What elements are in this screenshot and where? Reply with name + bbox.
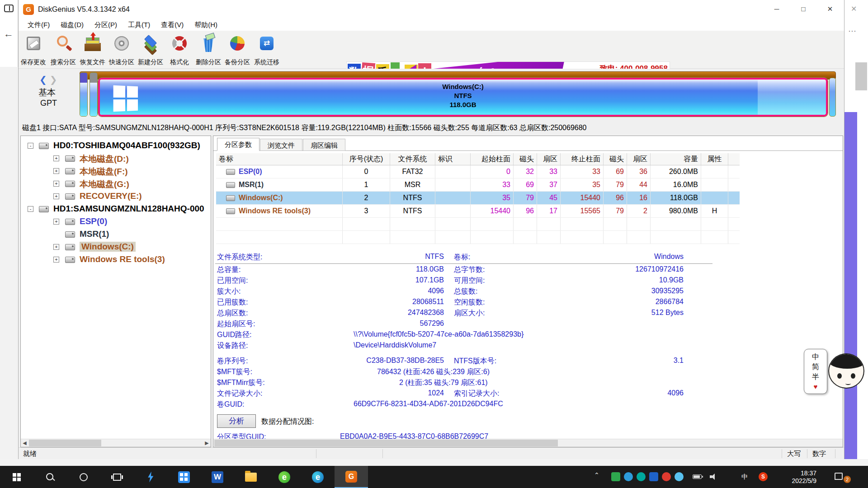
save-changes-button[interactable]: 保存更改 <box>19 32 47 67</box>
partition-sliver-msr[interactable] <box>90 72 98 117</box>
volume-icon[interactable] <box>710 474 717 480</box>
ime-halfwidth[interactable]: 半 <box>804 372 827 382</box>
battery-icon[interactable] <box>693 474 702 479</box>
taskbar-search-button[interactable] <box>33 466 67 488</box>
task-view-button[interactable] <box>100 466 134 488</box>
pinned-app-word[interactable]: W <box>201 466 234 488</box>
expand-icon[interactable]: + <box>53 244 59 250</box>
pinned-app-thunder[interactable] <box>134 466 167 488</box>
tray-icon-blue-square[interactable] <box>649 472 658 481</box>
taskbar-app-diskgenius-active[interactable]: G <box>335 466 368 488</box>
status-numlock: 数字 <box>812 450 826 458</box>
notification-center-icon[interactable] <box>835 473 843 480</box>
recover-files-button[interactable]: 恢复文件 <box>79 32 107 67</box>
tab-sector-edit[interactable]: 扇区编辑 <box>303 139 345 151</box>
ime-toolbar[interactable]: 中 简 半 ♥ <box>804 349 827 394</box>
quick-partition-button[interactable]: 快速分区 <box>108 32 136 67</box>
tray-icon-red[interactable] <box>662 472 671 481</box>
minimize-button[interactable]: ─ <box>765 3 788 16</box>
tree-item-disk-d[interactable]: + 本地磁盘(D:) <box>21 152 211 165</box>
tray-icon-green[interactable] <box>611 472 620 481</box>
back-arrow-icon[interactable]: ← <box>4 28 14 40</box>
expand-icon[interactable]: + <box>53 193 59 199</box>
tray-expand-icon[interactable]: ⌃ <box>594 471 599 479</box>
disk-nav-arrows[interactable]: ❮❯ <box>39 74 60 85</box>
scroll-left-icon[interactable]: ◀ <box>21 439 28 447</box>
partition-block-windows-c[interactable]: Windows(C:) NTFS 118.0GB <box>98 78 828 117</box>
pinned-app-green-browser[interactable]: e <box>268 466 301 488</box>
tab-partition-params[interactable]: 分区参数 <box>217 138 259 151</box>
start-button[interactable] <box>0 466 33 488</box>
partition-sliver-esp[interactable] <box>80 72 88 117</box>
tab-browse-files[interactable]: 浏览文件 <box>260 139 302 151</box>
tree-item-disk-f[interactable]: + 本地磁盘(F:) <box>21 165 211 178</box>
table-row-windows-c-selected[interactable]: Windows(C:) 2 NTFS 35 79 45 15440 96 16 … <box>216 192 740 205</box>
taskbar: W e e G ⌃ 中 S 18:37 2022/5/9 2 <box>0 466 868 488</box>
backup-partition-icon <box>227 33 247 56</box>
system-migrate-button[interactable]: ⇄ 系统迁移 <box>253 32 281 67</box>
table-row-msr[interactable]: MSR(1) 1 MSR 33 69 37 35 79 44 16.0MB <box>216 178 740 192</box>
tree-item-windows-c[interactable]: + Windows(C:) <box>21 241 211 253</box>
windows-start-icon <box>13 473 21 481</box>
background-close-icon: ✕ <box>851 5 857 13</box>
collapse-icon[interactable]: - <box>28 206 33 212</box>
tree-item-windows-re-tools[interactable]: + Windows RE tools(3) <box>21 253 211 266</box>
clock-date: 2022/5/9 <box>776 477 816 485</box>
menu-tools[interactable]: 工具(T) <box>123 20 155 30</box>
delete-partition-button[interactable]: 删除分区 <box>194 32 222 67</box>
expand-icon[interactable]: + <box>53 155 59 161</box>
diskgenius-icon: G <box>345 471 357 483</box>
tree-item-msr[interactable]: MSR(1) <box>21 228 211 241</box>
prev-disk-icon[interactable]: ❮ <box>39 75 50 84</box>
taskbar-clock[interactable]: 18:37 2022/5/9 <box>776 469 816 485</box>
search-partition-button[interactable]: 搜索分区 <box>49 32 77 67</box>
collapse-icon[interactable]: - <box>28 143 33 149</box>
cortana-button[interactable] <box>67 466 100 488</box>
menu-partition[interactable]: 分区(P) <box>90 20 122 30</box>
scrollbar-thumb[interactable] <box>214 440 558 446</box>
panel-horizontal-scrollbar[interactable] <box>213 439 843 447</box>
analyze-button[interactable]: 分析 <box>217 414 256 428</box>
table-row-windows-re-tools[interactable]: Windows RE tools(3) 3 NTFS 15440 96 17 1… <box>216 205 740 218</box>
ime-indicator[interactable]: 中 <box>741 473 748 481</box>
scroll-right-icon[interactable]: ▶ <box>203 439 211 447</box>
format-button[interactable]: 格式化 <box>165 32 193 67</box>
expand-icon[interactable]: + <box>53 181 59 187</box>
tree-item-hd1[interactable]: - HD1:SAMSUNGMZNLN128HAHQ-000 <box>21 203 211 216</box>
partition-icon <box>65 257 75 263</box>
menu-view[interactable]: 查看(V) <box>156 20 188 30</box>
new-partition-button[interactable]: 新建分区 <box>137 32 165 67</box>
pinned-app-edge[interactable]: e <box>301 466 335 488</box>
tree-item-recovery-e[interactable]: + RECOVERY(E:) <box>21 190 211 203</box>
expand-icon[interactable]: + <box>53 219 59 225</box>
tray-icon-teal[interactable] <box>637 472 646 481</box>
heart-icon[interactable]: ♥ <box>804 382 827 392</box>
backup-partition-button[interactable]: 备份分区 <box>223 32 251 67</box>
tree-horizontal-scrollbar[interactable]: ◀ ▶ <box>21 439 211 447</box>
close-button[interactable]: ✕ <box>819 3 841 16</box>
menu-help[interactable]: 帮助(H) <box>190 20 222 30</box>
ime-simplified[interactable]: 简 <box>804 362 827 372</box>
tree-item-hd0[interactable]: - HD0:TOSHIBAMQ04ABF100(932GB) <box>21 140 211 152</box>
tray-icon-blue-circle[interactable] <box>624 472 633 481</box>
scrollbar-thumb[interactable] <box>29 440 101 446</box>
menu-disk[interactable]: 磁盘(D) <box>56 20 88 30</box>
expand-icon[interactable]: + <box>53 168 59 174</box>
clock-time: 18:37 <box>776 469 816 477</box>
pinned-app-store[interactable] <box>167 466 201 488</box>
tray-icon-snowflake[interactable] <box>675 472 684 481</box>
tree-item-esp[interactable]: + ESP(0) <box>21 216 211 228</box>
menu-file[interactable]: 文件(F) <box>23 20 54 30</box>
maximize-button[interactable]: □ <box>792 3 815 16</box>
pinned-app-file-explorer[interactable] <box>234 466 268 488</box>
edge-icon: e <box>312 471 324 483</box>
expand-icon[interactable]: + <box>53 257 59 263</box>
ime-lang[interactable]: 中 <box>804 352 827 362</box>
disk-tree-panel: - HD0:TOSHIBAMQ04ABF100(932GB) + 本地磁盘(D:… <box>20 136 211 447</box>
table-row-esp[interactable]: ESP(0) 0 FAT32 0 32 33 33 69 36 260.0MB <box>216 165 740 178</box>
next-disk-icon[interactable]: ❯ <box>50 75 60 84</box>
cortana-icon <box>80 473 88 481</box>
sogou-icon[interactable]: S <box>759 472 768 481</box>
partition-sliver-re-tools[interactable] <box>829 78 836 117</box>
tree-item-disk-g[interactable]: + 本地磁盘(G:) <box>21 178 211 190</box>
